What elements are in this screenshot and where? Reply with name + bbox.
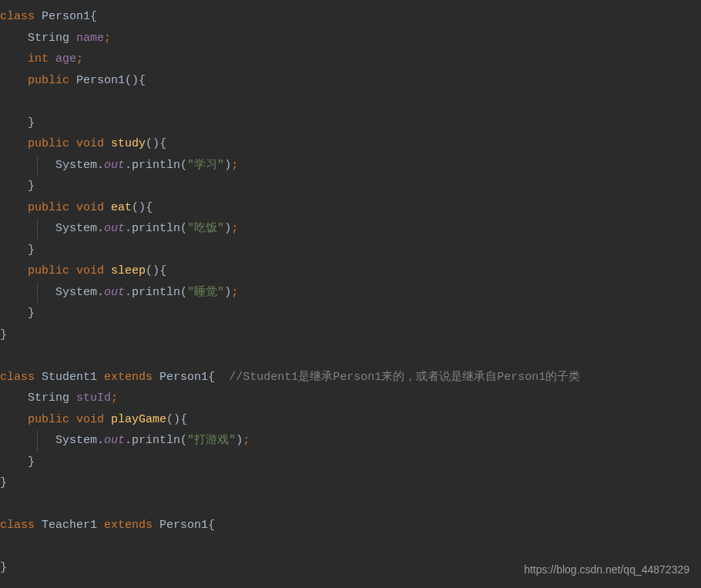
paren: ) [224, 222, 231, 235]
dot: . [97, 222, 104, 235]
paren: ) [153, 264, 159, 277]
method-playGame: playGame [111, 413, 166, 426]
brace: } [0, 476, 7, 489]
class-name: Teacher1 [42, 519, 97, 532]
code-line[interactable]: System.out.println("睡觉"); [0, 282, 701, 304]
keyword-public: public [28, 264, 69, 277]
brace: { [180, 413, 187, 426]
brace: { [139, 74, 146, 87]
code-line[interactable]: class Person1{ [0, 6, 701, 28]
dot: . [97, 434, 104, 447]
keyword-void: void [76, 201, 104, 214]
semicolon: ; [104, 32, 111, 45]
code-line[interactable]: System.out.println("吃饭"); [0, 218, 701, 240]
type-string: String [28, 32, 69, 45]
system-class: System [55, 434, 97, 447]
class-name: Person1 [159, 519, 208, 532]
code-line[interactable] [0, 494, 701, 516]
field-name: name [76, 32, 104, 45]
code-editor[interactable]: class Person1{ String name; int age; pub… [0, 6, 701, 579]
code-line[interactable]: public void study(){ [0, 133, 701, 155]
class-name: Person1 [42, 10, 90, 23]
paren: ) [132, 74, 139, 87]
code-line[interactable]: } [0, 452, 701, 473]
keyword-public: public [28, 201, 69, 214]
field-stuId: stuId [76, 391, 111, 405]
code-line[interactable]: } [0, 472, 701, 494]
paren: ( [146, 264, 153, 277]
paren: ) [139, 201, 146, 214]
code-line[interactable] [0, 345, 701, 367]
keyword-extends: extends [104, 519, 153, 532]
method-sleep: sleep [111, 264, 146, 277]
code-line[interactable]: System.out.println("打游戏"); [0, 430, 701, 452]
paren: ( [146, 137, 153, 150]
comment: //Student1是继承Person1来的，或者说是继承自Person1的子类 [229, 371, 580, 384]
code-line[interactable]: class Student1 extends Person1{ //Studen… [0, 367, 701, 388]
paren: ( [180, 286, 187, 299]
paren: ( [125, 74, 132, 87]
paren: ( [166, 413, 173, 426]
system-class: System [55, 159, 97, 172]
brace: { [208, 519, 215, 532]
paren: ) [153, 137, 159, 150]
code-line[interactable]: public void eat(){ [0, 197, 701, 219]
println-method: println [132, 434, 180, 447]
keyword-int: int [28, 52, 49, 66]
semicolon: ; [231, 286, 238, 299]
paren: ( [180, 434, 187, 447]
println-method: println [132, 286, 180, 299]
code-line[interactable]: System.out.println("学习"); [0, 155, 701, 176]
code-line[interactable]: } [0, 303, 701, 324]
field-age: age [55, 52, 76, 66]
brace: { [208, 371, 215, 384]
keyword-void: void [76, 137, 104, 150]
code-line[interactable]: String name; [0, 28, 701, 49]
system-class: System [55, 286, 97, 299]
code-line[interactable]: } [0, 240, 701, 261]
keyword-public: public [28, 413, 69, 426]
code-line[interactable]: public void playGame(){ [0, 409, 701, 431]
semicolon: ; [231, 222, 238, 235]
code-line[interactable]: String stuId; [0, 388, 701, 409]
code-line[interactable]: class Teacher1 extends Person1{ [0, 515, 701, 536]
string-literal: "睡觉" [187, 286, 224, 299]
class-name: Person1 [159, 371, 208, 384]
println-method: println [132, 222, 180, 235]
brace: } [28, 244, 35, 257]
code-line[interactable] [0, 91, 701, 113]
brace: } [28, 116, 35, 129]
brace: } [0, 328, 7, 341]
code-line[interactable]: public void sleep(){ [0, 260, 701, 282]
paren: ( [180, 159, 187, 172]
paren: ) [236, 434, 243, 447]
constructor-name: Person1 [76, 74, 125, 87]
code-line[interactable]: } [0, 113, 701, 134]
paren: ) [224, 286, 231, 299]
keyword-void: void [76, 413, 104, 426]
dot: . [125, 434, 132, 447]
keyword-void: void [76, 264, 104, 277]
code-line[interactable]: } [0, 324, 701, 346]
code-line[interactable]: public Person1(){ [0, 70, 701, 92]
watermark-text: https://blog.csdn.net/qq_44872329 [524, 559, 689, 581]
out-field: out [104, 286, 125, 299]
paren: ) [173, 413, 180, 426]
code-line[interactable]: } [0, 176, 701, 197]
method-eat: eat [111, 201, 132, 214]
dot: . [97, 159, 104, 172]
string-literal: "吃饭" [187, 222, 224, 235]
code-line[interactable]: int age; [0, 49, 701, 70]
dot: . [125, 159, 132, 172]
brace: { [146, 201, 153, 214]
method-study: study [111, 137, 146, 150]
semicolon: ; [111, 391, 118, 405]
keyword-public: public [28, 74, 69, 87]
paren: ( [180, 222, 187, 235]
semicolon: ; [243, 434, 250, 447]
out-field: out [104, 159, 125, 172]
code-line[interactable] [0, 536, 701, 558]
brace: } [0, 561, 7, 574]
dot: . [125, 286, 132, 299]
keyword-class: class [0, 10, 35, 23]
